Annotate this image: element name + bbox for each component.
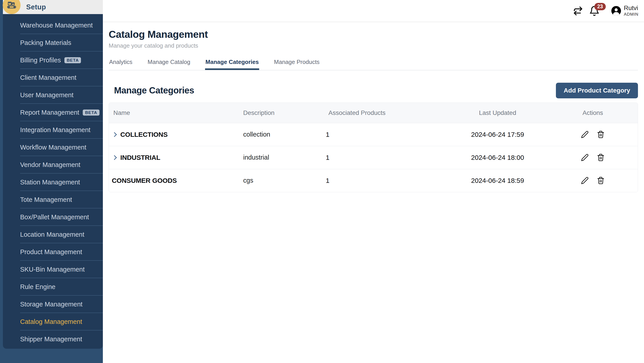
categories-table: Name Description Associated Products Las… (109, 103, 638, 192)
notifications-bell-icon[interactable]: 23 (589, 5, 600, 16)
topbar: 23 Rutvi ADMIN (103, 0, 644, 22)
user-role: ADMIN (624, 12, 638, 17)
notification-count-badge: 23 (594, 3, 606, 10)
sidebar-item-location-management[interactable]: Location Management (3, 226, 103, 243)
sidebar-item-client-management[interactable]: Client Management (3, 69, 103, 86)
associated-products-count: 1 (323, 131, 448, 138)
sidebar-item-integration-management[interactable]: Integration Management (3, 121, 103, 139)
table-row: INDUSTRIAL industrial 1 2024-06-24 18:00 (109, 146, 638, 169)
sidebar-item-tote-management[interactable]: Tote Management (3, 191, 103, 208)
sidebar-item-catalog-management[interactable]: Catalog Management (3, 313, 103, 330)
user-menu[interactable]: Rutvi ADMIN (611, 5, 638, 17)
user-name: Rutvi (624, 5, 638, 12)
column-header-description: Description (240, 109, 323, 116)
column-header-last-updated: Last Updated (448, 109, 548, 116)
sidebar-item-report-management[interactable]: Report ManagementBETA (3, 104, 103, 121)
app-root: Setup Warehouse Management Packing Mater… (0, 0, 644, 363)
main-area: 23 Rutvi ADMIN (103, 0, 644, 363)
expand-chevron-icon[interactable] (112, 131, 118, 138)
user-text: Rutvi ADMIN (624, 5, 638, 17)
sidebar-item-vendor-management[interactable]: Vendor Management (3, 156, 103, 173)
expand-chevron-icon[interactable] (112, 154, 118, 161)
sidebar-item-sku-bin-management[interactable]: SKU-Bin Management (3, 261, 103, 278)
sidebar-item-station-management[interactable]: Station Management (3, 173, 103, 191)
column-header-name: Name (109, 109, 240, 116)
associated-products-count: 1 (323, 177, 448, 184)
switch-arrows-icon[interactable] (572, 6, 584, 16)
sidebar-item-shipper-management[interactable]: Shipper Management (3, 330, 103, 348)
delete-trash-icon[interactable] (597, 131, 605, 138)
sidebar-nav: Warehouse Management Packing Materials B… (3, 14, 103, 349)
section-header: Manage Categories Add Product Category (109, 83, 638, 98)
page-title: Catalog Management (109, 29, 638, 40)
page-content: Catalog Management Manage your catalog a… (103, 22, 644, 363)
sidebar-item-storage-management[interactable]: Storage Management (3, 296, 103, 313)
category-name: INDUSTRIAL (120, 154, 160, 161)
sidebar-item-billing-profiles[interactable]: Billing ProfilesBETA (3, 51, 103, 69)
beta-badge: BETA (83, 109, 99, 116)
sidebar-item-user-management[interactable]: User Management (3, 86, 103, 104)
tab-manage-catalog[interactable]: Manage Catalog (147, 58, 191, 70)
edit-pencil-icon[interactable] (581, 177, 589, 184)
category-name: CONSUMER GOODS (112, 177, 177, 184)
category-description: industrial (240, 154, 323, 161)
avatar-icon (611, 5, 622, 16)
page-subtitle: Manage your catalog and products (109, 42, 638, 49)
sidebar: Setup Warehouse Management Packing Mater… (0, 0, 103, 363)
table-row: COLLECTIONS collection 1 2024-06-24 17:5… (109, 123, 638, 146)
table-row: CONSUMER GOODS cgs 1 2024-06-24 18:59 (109, 169, 638, 192)
associated-products-count: 1 (323, 154, 448, 161)
column-header-actions: Actions (548, 109, 638, 116)
last-updated: 2024-06-24 18:59 (448, 177, 548, 184)
sidebar-item-box-pallet-management[interactable]: Box/Pallet Management (3, 208, 103, 226)
delete-trash-icon[interactable] (597, 177, 605, 184)
sidebar-item-workflow-management[interactable]: Workflow Management (3, 139, 103, 156)
last-updated: 2024-06-24 18:00 (448, 154, 548, 161)
category-description: cgs (240, 177, 323, 184)
beta-badge: BETA (64, 57, 81, 63)
delete-trash-icon[interactable] (597, 154, 605, 161)
tab-manage-categories[interactable]: Manage Categories (205, 58, 259, 70)
tab-bar: Analytics Manage Catalog Manage Categori… (109, 58, 638, 70)
last-updated: 2024-06-24 17:59 (448, 131, 548, 138)
column-header-associated-products: Associated Products (323, 109, 448, 116)
section-title: Manage Categories (109, 85, 194, 95)
tab-manage-products[interactable]: Manage Products (274, 58, 320, 70)
sidebar-item-rule-engine[interactable]: Rule Engine (3, 278, 103, 296)
edit-pencil-icon[interactable] (581, 154, 589, 161)
tab-analytics[interactable]: Analytics (109, 58, 133, 70)
sidebar-item-warehouse-management[interactable]: Warehouse Management (3, 16, 103, 34)
add-product-category-button[interactable]: Add Product Category (556, 83, 638, 98)
sidebar-item-packing-materials[interactable]: Packing Materials (3, 34, 103, 51)
edit-pencil-icon[interactable] (581, 131, 589, 138)
category-description: collection (240, 131, 323, 138)
sidebar-item-product-management[interactable]: Product Management (3, 243, 103, 261)
table-header-row: Name Description Associated Products Las… (109, 103, 638, 123)
category-name: COLLECTIONS (120, 131, 168, 138)
